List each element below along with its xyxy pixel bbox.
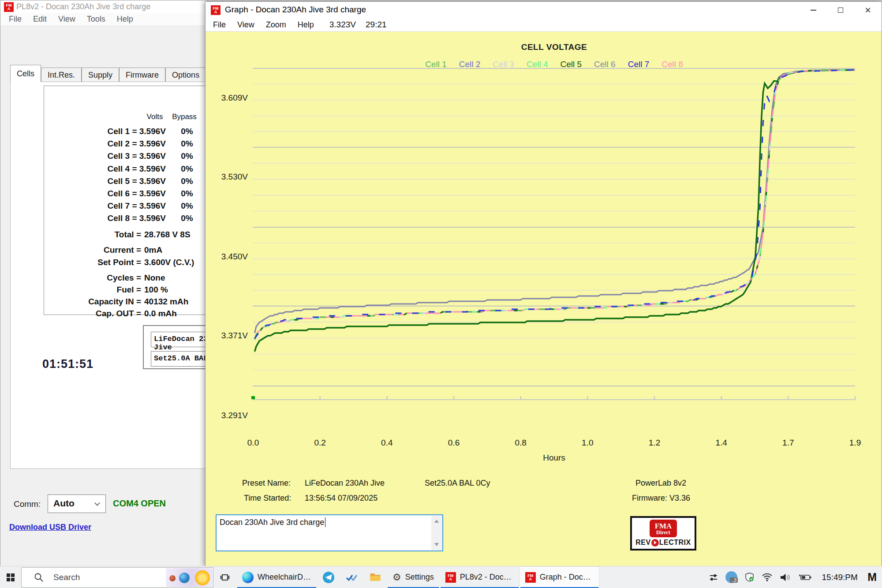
search-highlight-image[interactable] <box>166 568 213 587</box>
graph-menu-items: FileViewZoomHelp <box>207 20 320 30</box>
cells-readout-box: Volts Bypass Cell 1 = 3.596V0%Cell 2 = 3… <box>44 86 207 315</box>
cell-bypass-value: 0% <box>174 201 200 212</box>
legend-cell3: Cell 3 <box>493 60 514 69</box>
tab-cells[interactable]: Cells <box>10 65 41 82</box>
taskbar-app-explorer[interactable] <box>364 566 387 588</box>
taskbar-app-pl8[interactable]: FMAPL8v2 - Doca... <box>440 566 519 588</box>
task-view-button[interactable] <box>213 566 236 588</box>
stat-row: Set Point =3.600V (C.V.) <box>48 258 207 267</box>
cell-voltage-value: Cell 5 = 3.596V <box>71 176 166 187</box>
menu-item-edit[interactable]: Edit <box>27 15 52 24</box>
minimize-button[interactable] <box>800 2 827 18</box>
stat-value: 0mA <box>144 245 162 255</box>
tray-mixer-button[interactable] <box>709 573 718 582</box>
double-check-icon <box>346 573 358 582</box>
taskbar-app-settings[interactable]: ⚙Settings <box>387 566 440 588</box>
pl8v2-tab-strip: CellsInt.Res.SupplyFirmwareOptions <box>10 65 206 82</box>
revolectrix-o-icon <box>651 539 659 547</box>
fma-app-icon: FM A <box>4 2 14 12</box>
pl8v2-window: FM A PL8v2 - Docan 230Ah Jive 3rd charge… <box>0 0 207 566</box>
bypass-column-header: Bypass <box>171 112 198 121</box>
series-cell-7 <box>255 70 856 338</box>
telegram-icon <box>323 572 334 583</box>
menu-item-view[interactable]: View <box>232 20 260 30</box>
menu-item-help[interactable]: Help <box>111 15 139 24</box>
legend-cell6: Cell 6 <box>594 60 616 69</box>
session-note-input[interactable]: Docan 230Ah Jive 3rd charge <box>216 514 443 551</box>
stat-row: Total =28.768 V 8S <box>48 230 207 240</box>
search-placeholder: Search <box>53 573 80 582</box>
menu-item-zoom[interactable]: Zoom <box>260 20 292 30</box>
cell-voltage-value: Cell 1 = 3.596V <box>71 127 166 137</box>
stat-label: Cycles = <box>48 273 141 283</box>
close-button[interactable]: × <box>854 2 882 18</box>
graph-titlebar[interactable]: FM A Graph - Docan 230Ah Jive 3rd charge… <box>206 2 882 18</box>
fma-app-icon: FMA <box>445 572 456 583</box>
cell-voltage-row: Cell 4 = 3.596V0% <box>71 164 207 175</box>
y-tick-label: 3.609V <box>209 93 248 103</box>
taskbar-clock[interactable]: 15:49:PM <box>819 573 860 582</box>
tray-wifi-button[interactable] <box>762 573 773 582</box>
preset-field[interactable]: Set25.0A BAL 0Cy <box>151 351 207 367</box>
download-usb-driver-link[interactable]: Download USB Driver <box>9 523 91 532</box>
fma-app-icon: FMA <box>525 572 536 583</box>
taskbar-search[interactable]: Search <box>21 567 213 588</box>
charge-mode: Set25.0A BAL 0Cy <box>425 479 490 488</box>
time-started-value: 13:56:54 07/09/2025 <box>305 494 377 503</box>
menu-item-file[interactable]: File <box>3 15 27 24</box>
chart-title: CELL VOLTAGE <box>253 42 855 52</box>
tab-intres[interactable]: Int.Res. <box>41 67 82 82</box>
tray-badge-button[interactable]: ..3 <box>725 571 737 583</box>
comm-port-select[interactable]: Auto <box>48 494 106 513</box>
y-tick-label: 3.530V <box>209 172 248 182</box>
legend-cell8: Cell 8 <box>662 60 683 69</box>
m-security-icon[interactable]: M <box>867 571 877 584</box>
search-icon <box>34 573 44 582</box>
y-tick-label: 3.291V <box>209 411 248 420</box>
tab-supply[interactable]: Supply <box>82 67 119 82</box>
pl8v2-menubar: FileEditViewToolsHelp <box>0 13 207 26</box>
stat-label: Total = <box>48 230 141 240</box>
legend-cell2: Cell 2 <box>459 60 481 69</box>
menu-item-help[interactable]: Help <box>292 20 320 30</box>
series-band-overlay <box>255 70 856 340</box>
scroll-up-icon[interactable] <box>434 520 439 523</box>
taskbar-app-graph[interactable]: FMAGraph - Doca... <box>519 566 599 588</box>
taskbar-app-edge[interactable]: WheelchairDr... <box>236 566 317 588</box>
session-note-text: Docan 230Ah Jive 3rd charge <box>220 518 324 527</box>
menu-item-view[interactable]: View <box>52 15 81 24</box>
menu-item-tools[interactable]: Tools <box>81 15 111 24</box>
tray-battery-button[interactable] <box>799 573 812 582</box>
file-explorer-icon <box>370 573 381 582</box>
taskbar-app-label: WheelchairDr... <box>258 573 311 582</box>
tab-firmware[interactable]: Firmware <box>119 67 165 82</box>
series-cells-1-2-3-4-8-overlapping-band- <box>255 70 856 340</box>
y-tick-label: 3.450V <box>209 252 248 262</box>
cells-panel: Volts Bypass Cell 1 = 3.596V0%Cell 2 = 3… <box>10 82 207 469</box>
cell-bypass-value: 0% <box>174 213 200 224</box>
tab-options[interactable]: Options <box>165 67 206 82</box>
x-axis-title: Hours <box>253 453 855 463</box>
device-name: PowerLab 8v2 <box>635 479 686 488</box>
taskbar-app-telegram[interactable] <box>317 566 340 588</box>
x-tick-label: 1.4 <box>708 438 735 448</box>
fma-revolectrix-logo: FMA Direct REV LECTRIX <box>630 516 696 551</box>
note-scrollbar[interactable] <box>431 516 442 550</box>
stat-label: Capacity IN = <box>48 297 141 307</box>
x-tick-label: 0.2 <box>307 438 333 448</box>
pl8v2-titlebar[interactable]: FM A PL8v2 - Docan 230Ah Jive 3rd charge <box>0 0 207 13</box>
cell-voltage-value: Cell 8 = 3.596V <box>71 213 166 224</box>
preset-field[interactable]: LiFeDocan 230Ah Jive <box>151 332 207 347</box>
start-button[interactable] <box>0 566 21 588</box>
maximize-button[interactable] <box>827 2 854 18</box>
taskbar-app-todo[interactable] <box>340 566 364 588</box>
taskbar-app-label: Settings <box>405 573 434 582</box>
windows-security-icon <box>744 572 755 582</box>
menu-item-file[interactable]: File <box>207 20 232 30</box>
tray-volume-button[interactable] <box>780 573 792 582</box>
taskbar: Search WheelchairDr...⚙SettingsFMAPL8v2 … <box>0 566 882 588</box>
elapsed-timer: 01:51:51 <box>42 357 93 371</box>
tray-shield-button[interactable] <box>744 572 755 582</box>
scroll-down-icon[interactable] <box>434 543 439 546</box>
stat-label: Current = <box>48 245 141 255</box>
